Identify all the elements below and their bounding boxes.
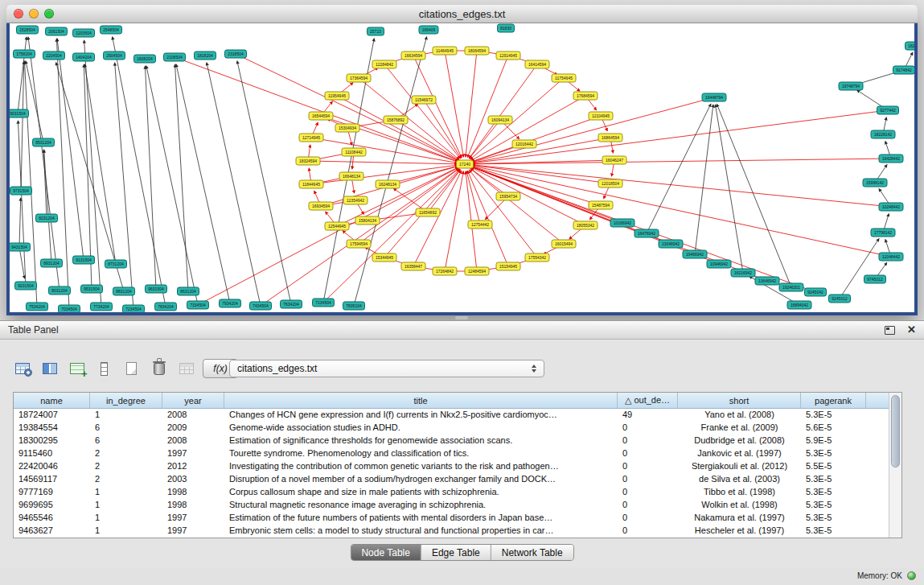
graph-node[interactable]: 166409 — [419, 26, 438, 34]
graph-node[interactable]: 16248134 — [376, 180, 400, 188]
graph-node[interactable]: 7134504 — [313, 299, 335, 307]
graph-node[interactable]: 7034504 — [59, 305, 80, 312]
graph-node[interactable]: 12104945 — [589, 112, 613, 120]
graph-node[interactable]: 11754945 — [552, 74, 576, 82]
table-scrollbar[interactable] — [889, 393, 901, 538]
import-table-button[interactable] — [66, 358, 88, 379]
new-table-button[interactable] — [121, 358, 142, 379]
graph-node[interactable]: 9431504 — [10, 243, 31, 251]
graph-node[interactable]: 8031204 — [49, 286, 71, 295]
table-row[interactable]: 977716911998Corpus callosum shape and si… — [14, 485, 889, 498]
close-panel-icon[interactable] — [907, 325, 916, 335]
column-header-pagerank[interactable]: pagerank — [801, 393, 866, 408]
graph-node[interactable]: 1608204 — [134, 55, 156, 63]
table-row[interactable]: 1456911722003Disruption of a novel membe… — [14, 472, 889, 485]
graph-node[interactable]: 12354942 — [343, 196, 368, 204]
graph-node[interactable]: 15804134 — [355, 216, 380, 225]
delete-table-button[interactable] — [148, 358, 170, 379]
table-row[interactable]: 911546021997Tourette syndrome. Phenomeno… — [14, 447, 889, 459]
table-row[interactable]: 1872400712008Changes of HCN gene express… — [14, 408, 889, 421]
graph-node[interactable]: 9745012 — [864, 275, 886, 283]
graph-node[interactable]: 17264842 — [433, 267, 457, 275]
graph-node[interactable]: 12544945 — [325, 222, 349, 230]
graph-node[interactable]: 1758204 — [14, 50, 35, 58]
network-file-select[interactable]: citations_edges.txt — [229, 360, 544, 377]
graph-node[interactable]: 18324594 — [296, 157, 320, 165]
graph-node[interactable]: 7634204 — [281, 300, 302, 308]
graph-node[interactable]: 16358447 — [401, 262, 425, 270]
graph-node[interactable]: 10166942 — [610, 219, 634, 227]
graph-node[interactable]: 12284842 — [372, 60, 396, 68]
network-graph[interactable]: 1724016046247120185041548759418055342160… — [10, 23, 914, 312]
table-row[interactable]: 969969511998Structural magnetic resonanc… — [14, 498, 889, 511]
graph-node[interactable]: 1404204 — [73, 53, 95, 61]
graph-node[interactable]: 10946942 — [707, 260, 731, 268]
graph-node[interactable]: 12914945 — [496, 51, 520, 60]
graph-node[interactable]: 16544594 — [309, 112, 333, 120]
graph-node[interactable]: 17798142 — [871, 229, 895, 237]
column-header-name[interactable]: name — [14, 393, 90, 408]
graph-node[interactable]: 9245012 — [829, 295, 851, 303]
graph-node[interactable]: 16634594 — [401, 51, 425, 60]
graph-node[interactable]: 16428442 — [879, 154, 903, 163]
table-row[interactable]: 2242004622012Investigating the contribut… — [14, 459, 889, 472]
graph-node[interactable]: 16476942 — [634, 229, 659, 237]
graph-node[interactable]: 12048442 — [879, 253, 903, 261]
graph-node[interactable]: 1818204 — [195, 51, 216, 60]
graph-node[interactable]: 17240 — [457, 160, 474, 168]
table-row[interactable]: 946362711997Embryonic stem cells: a mode… — [14, 524, 889, 537]
graph-node[interactable]: 8631204 — [178, 287, 199, 295]
graph-node[interactable]: 17684594 — [573, 92, 598, 100]
graph-node[interactable]: 2904504 — [104, 51, 125, 60]
minimize-window-button[interactable] — [29, 9, 39, 19]
graph-node[interactable]: 17364594 — [347, 74, 371, 82]
graph-node[interactable]: 16894042 — [787, 301, 811, 309]
graph-node[interactable]: 9631504 — [146, 285, 167, 293]
tab-edge-table[interactable]: Edge Table — [421, 545, 491, 560]
graph-node[interactable]: 8231204 — [36, 214, 58, 222]
graph-node[interactable]: 9531504 — [81, 285, 103, 293]
column-header-title[interactable]: title — [224, 393, 618, 408]
graph-node[interactable]: 15954734 — [496, 192, 520, 200]
graph-node[interactable]: 2061504 — [46, 27, 68, 35]
network-view-canvas[interactable]: 1724016046247120185041548759418055342160… — [10, 23, 914, 312]
graph-node[interactable]: 9231504 — [15, 282, 37, 290]
table-scrollbar-thumb[interactable] — [891, 395, 900, 468]
graph-node[interactable]: 7234504 — [123, 305, 145, 312]
graph-node[interactable]: 15154945 — [496, 262, 520, 270]
graph-node[interactable]: 11844945 — [299, 180, 323, 188]
graph-node[interactable]: 16934594 — [309, 202, 333, 210]
graph-node[interactable]: 11464945 — [433, 47, 457, 55]
graph-node[interactable]: 11108442 — [342, 148, 366, 156]
graph-node[interactable]: 2108504 — [164, 53, 186, 61]
graph-node[interactable]: 17594594 — [347, 240, 371, 248]
graph-node[interactable]: 9031504 — [10, 109, 29, 117]
graph-node[interactable]: 81830 — [498, 24, 515, 32]
graph-node[interactable]: 7835104 — [343, 302, 365, 310]
graph-node[interactable]: 19448794 — [702, 93, 726, 101]
graph-node[interactable]: 15876892 — [384, 116, 408, 124]
graph-node[interactable]: 8931204 — [41, 259, 63, 267]
tab-node-table[interactable]: Node Table — [351, 545, 421, 560]
graph-node[interactable]: 1528504 — [17, 26, 39, 34]
graph-node[interactable]: 19246301 — [779, 283, 803, 291]
graph-node[interactable]: 16015494 — [552, 240, 576, 248]
graph-node[interactable]: 9174842 — [893, 66, 915, 74]
graph-node[interactable]: 9277442 — [877, 106, 899, 114]
graph-node[interactable]: 16216942 — [731, 269, 755, 277]
graph-node[interactable]: 10248442 — [879, 203, 903, 211]
graph-node[interactable]: 1203504 — [73, 29, 95, 37]
column-header-year[interactable]: year — [162, 393, 224, 408]
graph-node[interactable]: 12016442 — [512, 140, 536, 148]
column-header-out_de[interactable]: △ out_de… — [618, 393, 678, 408]
graph-node[interactable]: 8831204 — [113, 287, 135, 295]
graph-node[interactable]: 12754442 — [468, 220, 492, 229]
graph-node[interactable]: 8531204 — [33, 138, 55, 146]
graph-node[interactable]: 7734204 — [91, 303, 113, 311]
graph-node[interactable]: 7534204 — [27, 303, 48, 311]
graph-node[interactable]: 16046247 — [602, 156, 626, 164]
graph-node[interactable]: 8731204 — [105, 260, 127, 268]
close-window-button[interactable] — [14, 9, 23, 19]
graph-node[interactable]: 19748794 — [839, 82, 863, 90]
graph-node[interactable]: 17554342 — [525, 253, 549, 262]
